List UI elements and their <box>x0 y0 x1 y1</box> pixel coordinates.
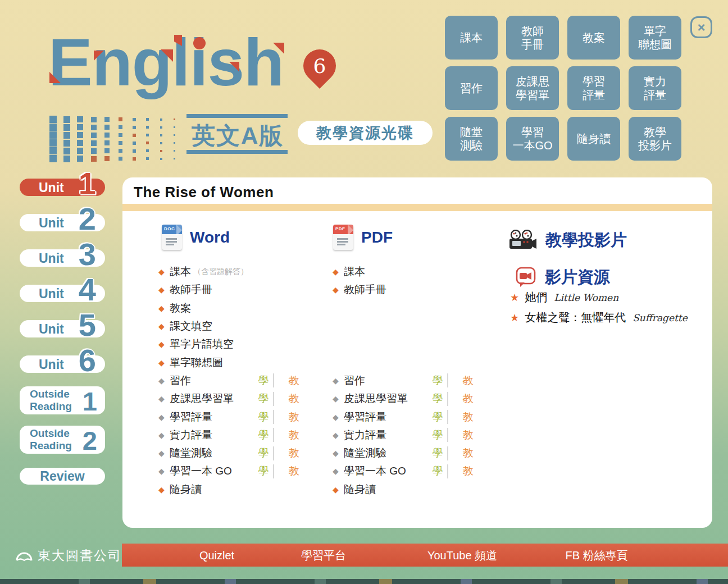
teacher-version-button[interactable]: 教 <box>458 446 477 460</box>
sidebar-item-unit-6[interactable]: Unit6 <box>20 355 105 373</box>
sidebar-item-unit-3[interactable]: Unit3 <box>20 249 105 267</box>
student-version-button[interactable]: 學 <box>428 373 447 388</box>
teacher-version-button[interactable]: 教 <box>284 446 303 460</box>
list-item: ◆隨堂測驗學教 <box>158 444 303 462</box>
teacher-version-button[interactable]: 教 <box>284 428 303 442</box>
star-icon: ★ <box>510 291 519 304</box>
student-version-button[interactable]: 學 <box>428 428 447 442</box>
pdf-line <box>337 244 345 245</box>
student-version-button[interactable]: 學 <box>254 446 273 460</box>
resource-link[interactable]: 學習一本 GO <box>344 464 406 478</box>
sidebar-item-unit-4[interactable]: Unit4 <box>20 285 105 302</box>
top-menu-button[interactable]: 隨堂測驗 <box>445 117 498 161</box>
version-buttons: 學教 <box>428 444 477 462</box>
student-version-button[interactable]: 學 <box>254 428 273 442</box>
sidebar-item-number: 5 <box>79 310 96 340</box>
sidebar-item-unit-1[interactable]: Unit1 <box>20 179 105 196</box>
sidebar-item-outside-reading-2[interactable]: OutsideReading2 <box>20 426 105 454</box>
dot <box>174 158 175 159</box>
teacher-version-button[interactable]: 教 <box>458 410 477 425</box>
dot <box>133 142 136 145</box>
resource-link[interactable]: 課本 <box>344 264 365 279</box>
resource-link[interactable]: 習作 <box>170 373 191 388</box>
resource-link[interactable]: 學習一本 GO <box>170 464 232 478</box>
student-version-button[interactable]: 學 <box>254 410 273 425</box>
teacher-version-button[interactable]: 教 <box>284 464 303 478</box>
sidebar-item-unit-2[interactable]: Unit2 <box>20 214 105 231</box>
list-item: ◆習作學教 <box>158 372 303 390</box>
video-item[interactable]: ★女權之聲：無懼年代Suffragette <box>510 310 688 330</box>
disc-title-pill: 教學資源光碟 <box>298 121 433 145</box>
student-version-button[interactable]: 學 <box>428 464 447 478</box>
resource-link[interactable]: 皮課思學習單 <box>344 391 408 406</box>
top-menu-button[interactable]: 教師手冊 <box>506 16 559 60</box>
list-item: ◆課本（含習題解答） <box>158 263 303 281</box>
resource-link[interactable]: 隨身讀 <box>344 482 376 497</box>
top-menu-button[interactable]: 習作 <box>445 66 498 110</box>
resource-link[interactable]: 學習評量 <box>170 410 212 425</box>
student-version-button[interactable]: 學 <box>428 446 447 460</box>
gray-diamond-bullet: ◆ <box>333 431 344 440</box>
gray-diamond-bullet: ◆ <box>333 467 344 476</box>
close-button[interactable]: × <box>690 16 712 38</box>
resource-link[interactable]: 單字聯想圖 <box>170 355 223 370</box>
sidebar-item-review[interactable]: Review <box>20 468 105 485</box>
top-menu-button[interactable]: 學習評量 <box>567 66 620 110</box>
resource-link[interactable]: 教師手冊 <box>170 282 212 297</box>
resource-link[interactable]: 皮課思學習單 <box>170 391 234 406</box>
top-menu-button[interactable]: 皮課思學習單 <box>506 66 559 110</box>
menu-button-label: 手冊 <box>521 38 544 51</box>
sidebar-item-label-line: Outside <box>30 388 72 400</box>
footer-link[interactable]: Quizlet <box>199 549 234 562</box>
teacher-version-button[interactable]: 教 <box>458 373 477 388</box>
student-version-button[interactable]: 學 <box>428 391 447 406</box>
teacher-version-button[interactable]: 教 <box>284 373 303 388</box>
resource-link[interactable]: 課文填空 <box>170 319 212 334</box>
teacher-version-button[interactable]: 教 <box>458 428 477 442</box>
menu-button-label: 聯想圖 <box>638 38 672 51</box>
dot <box>119 117 122 121</box>
top-menu-button[interactable]: 單字聯想圖 <box>629 16 681 60</box>
resource-link[interactable]: 實力評量 <box>344 428 386 442</box>
top-menu-button[interactable]: 學習一本GO <box>506 117 559 161</box>
resource-link[interactable]: 隨堂測驗 <box>170 446 212 460</box>
word-resource-list: ◆課本（含習題解答）◆教師手冊◆教案◆課文填空◆單字片語填空◆單字聯想圖◆習作學… <box>158 263 303 499</box>
footer-link[interactable]: FB 粉絲專頁 <box>565 548 627 563</box>
top-menu-button[interactable]: 教案 <box>567 16 620 60</box>
orange-diamond-bullet: ◆ <box>158 267 170 276</box>
resource-link[interactable]: 隨堂測驗 <box>344 446 386 460</box>
dot <box>49 116 57 123</box>
teacher-version-button[interactable]: 教 <box>458 391 477 406</box>
student-version-button[interactable]: 學 <box>428 410 447 425</box>
version-divider <box>447 446 448 460</box>
resource-link[interactable]: 學習評量 <box>344 410 386 425</box>
resource-link[interactable]: 習作 <box>344 373 365 388</box>
dot <box>49 124 57 131</box>
dot <box>91 156 97 162</box>
top-menu-button[interactable]: 課本 <box>445 16 498 60</box>
teacher-version-button[interactable]: 教 <box>458 464 477 478</box>
video-item[interactable]: ★她們Little Women <box>510 290 688 310</box>
student-version-button[interactable]: 學 <box>254 391 273 406</box>
student-version-button[interactable]: 學 <box>254 373 273 388</box>
footer-link[interactable]: 學習平台 <box>301 548 346 563</box>
teacher-version-button[interactable]: 教 <box>284 391 303 406</box>
sidebar-item-outside-reading-1[interactable]: OutsideReading1 <box>20 386 105 414</box>
dot <box>49 147 57 154</box>
top-menu-button[interactable]: 教學投影片 <box>629 117 681 161</box>
resource-link[interactable]: 單字片語填空 <box>170 337 234 352</box>
sidebar-item-unit-5[interactable]: Unit5 <box>20 320 105 337</box>
version-buttons: 學教 <box>254 462 303 480</box>
resource-link[interactable]: 教師手冊 <box>344 282 386 297</box>
teacher-version-button[interactable]: 教 <box>284 410 303 425</box>
resource-link[interactable]: 教案 <box>170 301 191 316</box>
dot <box>63 116 70 123</box>
dot <box>174 126 175 128</box>
resource-link[interactable]: 隨身讀 <box>170 482 202 497</box>
footer-link[interactable]: YouTube 頻道 <box>427 548 497 563</box>
resource-link[interactable]: 實力評量 <box>170 428 212 442</box>
top-menu-button[interactable]: 實力評量 <box>629 66 681 110</box>
top-menu-button[interactable]: 隨身讀 <box>567 117 620 161</box>
student-version-button[interactable]: 學 <box>254 464 273 478</box>
resource-link[interactable]: 課本 <box>170 264 191 279</box>
